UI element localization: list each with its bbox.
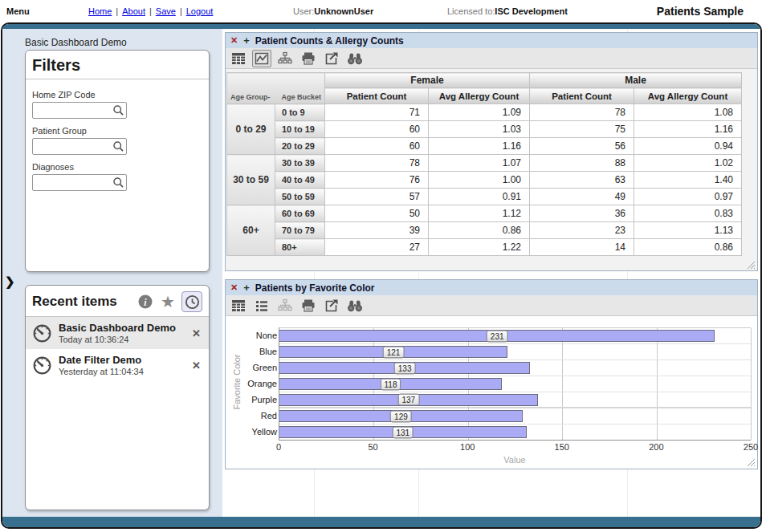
age-bucket-cell: 10 to 19 — [275, 121, 325, 138]
column-header: Patient Count — [325, 88, 429, 104]
value-cell: 78 — [530, 104, 634, 121]
table-icon[interactable] — [229, 297, 248, 315]
table-row: 50 to 59570.91490.97 — [227, 189, 742, 205]
column-group-female: Female — [325, 73, 530, 88]
menu-button[interactable]: Menu — [6, 6, 30, 16]
age-bucket-cell: 20 to 29 — [275, 138, 325, 155]
value-cell: 0.83 — [634, 205, 742, 222]
value-cell: 0.97 — [634, 189, 742, 205]
clock-icon[interactable] — [181, 291, 202, 312]
category-label: Green — [237, 359, 277, 376]
value-cell: 1.09 — [429, 104, 530, 121]
export-icon[interactable] — [322, 50, 341, 67]
value-cell: 1.03 — [429, 121, 530, 138]
value-cell: 1.12 — [429, 205, 530, 222]
value-cell: 1.07 — [429, 155, 530, 172]
value-cell: 1.16 — [634, 121, 742, 138]
binoculars-icon[interactable] — [345, 297, 365, 315]
chart-row: 133 — [279, 360, 751, 376]
add-icon[interactable]: + — [243, 35, 250, 46]
user-status: User:UnknownUser — [293, 6, 373, 16]
value-cell: 0.86 — [429, 222, 530, 239]
star-icon[interactable]: ★ — [159, 293, 177, 311]
dashboard-canvas: ✕ + Patient Counts & Allergy Counts Age … — [222, 29, 760, 517]
table-row: 80+271.22140.86 — [227, 239, 742, 256]
top-bar: Menu Home|About|Save|Logout User:Unknown… — [0, 0, 766, 22]
age-group-cell: 30 to 59 — [227, 155, 275, 205]
category-label: Blue — [237, 343, 277, 359]
value-cell: 56 — [530, 138, 634, 155]
x-tick-label: 200 — [649, 442, 663, 452]
line-chart-icon[interactable] — [252, 50, 271, 67]
home-link[interactable]: Home — [88, 6, 112, 16]
bar-value-label: 121 — [383, 346, 405, 358]
chart-row: 137 — [279, 392, 751, 408]
bar-value-label: 131 — [392, 427, 414, 439]
recent-item[interactable]: Basic Dashboard Demo Today at 10:36:24 ✕ — [26, 317, 209, 349]
filters-title: Filters — [32, 56, 80, 75]
chart-row: 129 — [279, 408, 751, 424]
remove-item-icon[interactable]: ✕ — [190, 359, 202, 372]
printer-icon[interactable] — [299, 50, 318, 67]
export-icon[interactable] — [322, 297, 341, 315]
binoculars-icon[interactable] — [345, 50, 365, 67]
bar-value-label: 133 — [394, 362, 416, 374]
hierarchy-icon[interactable] — [275, 50, 295, 67]
widget-title: Patient Counts & Allergy Counts — [255, 35, 404, 47]
table-row: 20 to 29601.16560.94 — [227, 138, 742, 155]
pivot-table: Age Group-Age Bucket Female Male Patient… — [226, 72, 742, 256]
dashboard-name: Basic Dashboard Demo — [25, 37, 127, 48]
sidebar-expand-chevron-icon[interactable]: ❯ — [5, 274, 15, 289]
remove-item-icon[interactable]: ✕ — [190, 327, 202, 339]
logout-link[interactable]: Logout — [186, 6, 214, 16]
save-link[interactable]: Save — [156, 6, 176, 16]
age-bucket-header: Age Bucket — [281, 93, 321, 101]
close-icon[interactable]: ✕ — [230, 283, 238, 292]
resize-handle[interactable] — [747, 261, 756, 270]
pivot-table-area: Age Group-Age Bucket Female Male Patient… — [226, 69, 757, 271]
search-icon[interactable] — [112, 176, 125, 189]
value-cell: 76 — [325, 172, 429, 189]
license-value: ISC Development — [495, 6, 567, 16]
value-cell: 1.13 — [634, 222, 742, 239]
info-icon[interactable]: i — [136, 293, 154, 311]
age-group-cell: 0 to 29 — [227, 104, 275, 155]
column-group-male: Male — [530, 73, 742, 88]
recent-item-time: Yesterday at 11:04:34 — [59, 367, 184, 376]
category-label: Purple — [237, 392, 277, 408]
value-cell: 71 — [325, 104, 429, 121]
chart-plot-area: 231121133118137129131 — [279, 327, 751, 441]
list-icon[interactable] — [252, 297, 271, 315]
resize-handle[interactable] — [747, 458, 756, 467]
value-cell: 23 — [530, 222, 634, 239]
table-icon[interactable] — [229, 50, 248, 67]
table-row: 60+60 to 69501.12360.83 — [227, 205, 742, 222]
application-window: Menu Home|About|Save|Logout User:Unknown… — [0, 0, 766, 532]
search-icon[interactable] — [112, 140, 125, 153]
sidebar: Basic Dashboard Demo Filters Home ZIP Co… — [2, 29, 222, 517]
about-link[interactable]: About — [122, 6, 145, 16]
bar-value-label: 118 — [381, 378, 401, 390]
close-icon[interactable]: ✕ — [230, 36, 238, 45]
age-bucket-cell: 30 to 39 — [275, 155, 325, 172]
hierarchy-icon[interactable] — [275, 297, 295, 315]
age-bucket-cell: 70 to 79 — [275, 222, 325, 239]
value-cell: 49 — [530, 189, 634, 205]
corner-header: Age Group-Age Bucket — [227, 73, 325, 104]
add-icon[interactable]: + — [243, 282, 250, 293]
bar-value-label: 129 — [390, 410, 412, 422]
recent-item-time: Today at 10:36:24 — [59, 335, 184, 344]
value-cell: 27 — [325, 239, 429, 256]
table-row: 0 to 290 to 9711.09781.08 — [227, 104, 742, 121]
printer-icon[interactable] — [299, 297, 318, 315]
search-icon[interactable] — [112, 104, 125, 117]
age-bucket-cell: 80+ — [275, 239, 325, 256]
home-zip-field — [32, 102, 127, 119]
age-bucket-cell: 60 to 69 — [275, 205, 325, 222]
license-label: Licensed to: — [447, 6, 495, 16]
value-cell: 0.91 — [429, 189, 530, 205]
recent-item[interactable]: Date Filter Demo Yesterday at 11:04:34 ✕ — [26, 349, 209, 381]
value-cell: 50 — [325, 205, 429, 222]
category-label: Red — [237, 408, 277, 424]
value-cell: 14 — [530, 239, 634, 256]
